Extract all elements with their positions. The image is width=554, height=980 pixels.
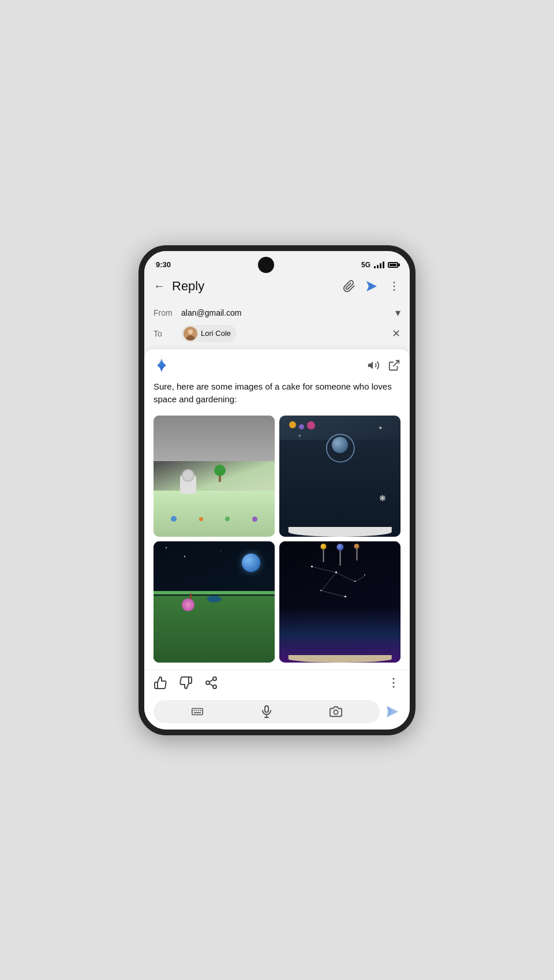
action-bar (144, 669, 410, 695)
cake2-plate (289, 527, 392, 537)
from-address: alan@gmail.com (181, 308, 391, 317)
svg-point-1 (394, 282, 395, 283)
constellation-lines (291, 559, 388, 620)
planet-orange (199, 517, 203, 521)
cake-image-4[interactable] (279, 541, 400, 663)
cake1-tree (214, 465, 226, 482)
gemini-disclaimer: Gemini may display inaccurate info, incl… (144, 729, 410, 730)
svg-line-8 (393, 360, 399, 366)
planet-purple (252, 517, 257, 522)
svg-rect-28 (265, 706, 268, 712)
svg-line-12 (321, 591, 346, 597)
svg-point-20 (393, 682, 395, 683)
cake1-base (154, 491, 275, 537)
pole2-stick (340, 551, 341, 566)
attach-icon[interactable] (343, 280, 355, 293)
pole1-ball (321, 544, 327, 549)
cake4-placeholder (279, 541, 400, 663)
action-icons-left (154, 676, 218, 690)
phone-frame: 9:30 5G ← Reply (138, 245, 415, 735)
to-row: To Lori Cole ✕ (154, 323, 400, 345)
camera-icon[interactable] (330, 705, 342, 718)
planet-blue (171, 516, 177, 522)
cake-image-2[interactable]: ❋ ✦ ✦ (279, 416, 400, 537)
pole1 (321, 544, 327, 566)
gemini-message: Sure, here are some images of a cake for… (144, 378, 410, 413)
cake4-plate (289, 655, 392, 663)
gemini-header-right (367, 359, 400, 372)
svg-point-5 (188, 330, 193, 334)
recipient-chip[interactable]: Lori Cole (181, 325, 237, 342)
more-options-icon[interactable] (388, 280, 400, 293)
svg-point-31 (334, 710, 338, 714)
thumbs-up-button[interactable] (154, 676, 167, 690)
cake1-astronaut (180, 474, 196, 494)
to-label: To (154, 329, 177, 338)
planet-green (225, 517, 230, 521)
battery-icon (388, 262, 398, 268)
cake2-spheres (289, 421, 315, 429)
cake3-drip (154, 591, 275, 594)
from-row: From alan@gmail.com ▾ (154, 303, 400, 323)
pole2 (337, 544, 344, 566)
share-button[interactable] (204, 676, 218, 690)
status-time: 9:30 (156, 260, 171, 269)
gemini-header (144, 349, 410, 378)
cake4-poles (321, 544, 360, 566)
send-button[interactable] (365, 279, 379, 293)
svg-rect-22 (192, 708, 202, 715)
keyboard-icon[interactable] (191, 705, 204, 718)
svg-marker-0 (366, 281, 377, 291)
svg-line-11 (321, 573, 336, 591)
image-grid: ❋ ✦ ✦ (144, 413, 410, 669)
thumbs-down-button[interactable] (179, 676, 193, 690)
signal-label: 5G (361, 261, 370, 269)
cake3-foliage (182, 599, 194, 611)
svg-line-18 (209, 679, 214, 682)
svg-point-19 (393, 678, 395, 679)
recipient-name: Lori Cole (201, 329, 231, 338)
pole1-stick (323, 549, 324, 562)
status-bar: 9:30 5G (144, 251, 410, 275)
svg-line-10 (336, 573, 355, 582)
status-icons: 5G (361, 261, 398, 269)
cake3-body (154, 596, 275, 663)
cake3-placeholder (154, 541, 275, 663)
cake3-tree-container (188, 593, 194, 611)
cake2-flower: ❋ (379, 493, 386, 503)
cake3-planet (242, 553, 260, 572)
from-label: From (154, 308, 177, 317)
cake1-placeholder (154, 416, 275, 537)
more-actions-icon[interactable] (387, 676, 400, 690)
from-dropdown-icon[interactable]: ▾ (395, 306, 400, 319)
svg-point-3 (394, 289, 395, 291)
svg-line-13 (355, 575, 365, 582)
pole3-stick (356, 549, 357, 560)
cake2-sparkle1: ✦ (378, 425, 383, 431)
open-external-icon[interactable] (388, 359, 400, 372)
sphere-yellow (289, 421, 296, 428)
svg-line-17 (209, 683, 214, 686)
cake-image-1[interactable] (154, 416, 275, 537)
cake4-constellation (291, 559, 388, 620)
page-title: Reply (172, 279, 204, 294)
gemini-star-icon (154, 357, 170, 373)
svg-point-21 (393, 686, 395, 687)
gemini-send-button[interactable] (384, 704, 400, 720)
star2 (184, 556, 185, 557)
signal-bar-1 (374, 266, 376, 268)
input-pill[interactable] (154, 700, 380, 723)
app-bar-right (343, 279, 400, 293)
mic-icon[interactable] (260, 705, 274, 719)
svg-point-2 (394, 285, 395, 287)
speaker-icon[interactable] (367, 359, 380, 372)
recipient-avatar (184, 327, 197, 341)
svg-line-9 (312, 567, 336, 573)
star1 (166, 547, 167, 548)
cake-image-3[interactable] (154, 541, 275, 663)
camera-notch (258, 257, 274, 273)
signal-bar-3 (380, 263, 381, 268)
avatar-image (184, 327, 197, 341)
expand-recipients-icon[interactable]: ✕ (392, 327, 400, 340)
back-button[interactable]: ← (154, 279, 165, 293)
